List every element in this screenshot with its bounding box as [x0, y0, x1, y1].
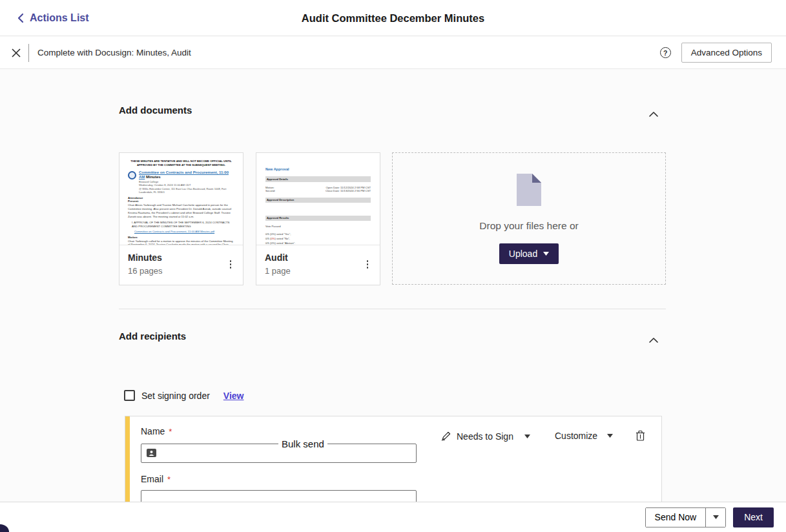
recipient-email-input[interactable]	[141, 490, 417, 502]
set-signing-order-label: Set signing order	[141, 391, 210, 401]
minutes-motion-text: Chair Yarbrough called for a motion to a…	[128, 240, 234, 245]
required-asterisk: *	[169, 427, 172, 436]
document-title: Audit	[265, 252, 291, 263]
action-footer: Send Now Next	[0, 502, 786, 532]
file-icon	[517, 174, 541, 206]
college-seal-logo	[128, 171, 136, 179]
add-documents-heading: Add documents	[119, 105, 192, 116]
audit-vote-lines: 0/5 (0%) voted "Yes", 0/5 (0%) voted "No…	[265, 232, 371, 245]
minutes-attachment-link: Committee on Contracts and Procurement, …	[128, 230, 234, 234]
help-icon[interactable]: ?	[660, 47, 671, 58]
name-field-label: Name*	[141, 426, 172, 436]
docusign-task-window: Actions List Audit Committee December Mi…	[0, 0, 786, 532]
close-icon[interactable]	[10, 47, 22, 59]
audit-section-results: Approval Results	[265, 216, 371, 221]
document-page-count: 16 pages	[128, 266, 163, 276]
task-label: Complete with Docusign: Minutes, Audit	[37, 48, 191, 57]
minutes-agenda-item: I. APPROVAL OF THE MINUTES OF THE SEPTEM…	[128, 221, 234, 229]
next-button[interactable]: Next	[733, 507, 774, 527]
audit-doc-title: New Approval	[265, 167, 371, 172]
upload-button[interactable]: Upload	[499, 243, 559, 264]
collapse-documents-chevron-up-icon[interactable]	[646, 108, 661, 120]
app-header: Actions List Audit Committee December Mi…	[0, 0, 786, 36]
email-field-label: Email*	[141, 474, 171, 484]
kebab-menu-icon[interactable]	[227, 258, 235, 276]
needs-to-sign-dropdown[interactable]: Needs to Sign	[440, 431, 530, 442]
recipient-color-stripe	[125, 416, 130, 502]
set-signing-order-checkbox[interactable]	[124, 390, 135, 401]
caret-down-icon	[524, 435, 530, 438]
minutes-present-text: Chair Alexis Yarbrough and Trustee Micha…	[128, 203, 234, 218]
task-toolbar: Complete with Docusign: Minutes, Audit ?…	[0, 37, 786, 69]
document-page-count: 1 page	[265, 266, 291, 276]
view-link[interactable]: View	[223, 391, 244, 401]
minutes-heading-suffix: Minutes	[145, 175, 160, 179]
add-recipients-heading: Add recipients	[119, 331, 186, 342]
audit-vote-result: Vote Passed	[265, 225, 371, 228]
caret-down-icon	[543, 252, 549, 256]
required-asterisk: *	[167, 475, 171, 484]
send-now-split-button: Send Now	[645, 507, 727, 527]
caret-down-icon	[607, 434, 613, 438]
kebab-menu-icon[interactable]	[364, 258, 372, 276]
minutes-disclaimer: THESE MINUTES ARE TENTATIVE AND WILL NOT…	[128, 159, 234, 167]
toolbar-divider	[28, 44, 29, 62]
audit-thumbnail: New Approval Approval Details Motion:Sec…	[256, 153, 380, 245]
send-now-caret-icon[interactable]	[705, 508, 725, 527]
section-divider	[119, 309, 666, 309]
recipient-card: Name* Bulk send Needs to Sign Customize …	[125, 416, 662, 502]
document-title: Minutes	[128, 252, 163, 263]
minutes-location: @ Willis Holcombe Center, 111 East Las O…	[139, 187, 234, 194]
advanced-options-button[interactable]: Advanced Options	[681, 43, 772, 63]
audit-section-description: Approval Description	[265, 198, 371, 203]
minutes-thumbnail: THESE MINUTES ARE TENTATIVE AND WILL NOT…	[119, 153, 243, 245]
audit-section-details: Approval Details	[265, 176, 371, 181]
send-now-button[interactable]: Send Now	[646, 508, 706, 527]
document-card-audit: New Approval Approval Details Motion:Sec…	[256, 152, 380, 285]
collapse-recipients-chevron-up-icon[interactable]	[646, 334, 661, 346]
customize-dropdown[interactable]: Customize	[555, 431, 613, 441]
document-card-minutes: THESE MINUTES ARE TENTATIVE AND WILL NOT…	[119, 152, 243, 285]
file-drop-zone[interactable]: Drop your files here or Upload	[392, 152, 666, 285]
pen-icon	[440, 431, 451, 442]
trash-icon[interactable]	[636, 430, 645, 441]
page-title: Audit Committee December Minutes	[0, 0, 786, 36]
bulk-send-button[interactable]: Bulk send	[278, 438, 327, 449]
drop-files-prompt: Drop your files here or	[479, 220, 578, 232]
